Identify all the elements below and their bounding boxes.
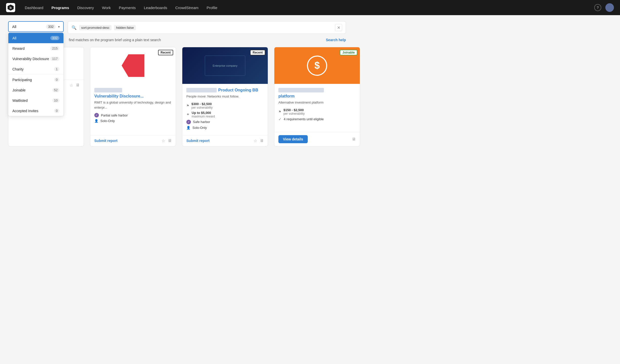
platform-title[interactable]: platform	[278, 94, 295, 99]
card-rmit-image: Recent	[90, 47, 176, 84]
ongoing-team-type: 👤 Solo-Only	[186, 126, 264, 130]
ongoing-image-content: Enterprise company	[205, 56, 245, 76]
ongoing-desc: People move: Networks must follow.	[186, 94, 264, 99]
search-help-link[interactable]: Search help	[326, 38, 346, 42]
monitor-icon[interactable]: 🖥	[76, 83, 80, 88]
card-platform-badge: Joinable	[340, 50, 357, 55]
nav-links: Dashboard Programs Discovery Work Paymen…	[21, 4, 592, 12]
monitor-icon-4[interactable]: 🖥	[352, 137, 356, 141]
dropdown-count-participating: 0	[54, 78, 59, 82]
card-rmit: Recent Vulnerability Disclosure... RMIT …	[90, 47, 176, 147]
rmit-card-footer: Submit report ☆ 🖥	[90, 135, 176, 146]
ongoing-card-footer: Submit report ☆ 🖥	[182, 135, 268, 146]
dropdown-item-joinable[interactable]: Joinable 52	[8, 85, 63, 95]
search-tag-hidden: hidden:false	[114, 25, 136, 30]
rmit-team-type-label: Solo-Only	[100, 119, 115, 123]
logo-icon: b	[8, 5, 14, 11]
dropdown-item-charity[interactable]: Charity 1	[8, 64, 63, 74]
rmit-submit-link[interactable]: Submit report	[94, 139, 118, 143]
card-ongoing: Enterprise company Recent Product Ongoin…	[182, 47, 268, 147]
card-rmit-body: Vulnerability Disclosure... RMIT is a gl…	[90, 84, 176, 135]
nav-dashboard[interactable]: Dashboard	[21, 4, 47, 12]
rmit-footer-icons: ☆ 🖥	[162, 138, 172, 143]
ongoing-safe-harbor: ✓ Safe harbor	[186, 120, 264, 124]
filter-dropdown-menu: All 332 Reward 215 Vulnerability Disclos…	[8, 33, 64, 116]
search-bar[interactable]: 🔍 sort:promoted-desc hidden:false ✕	[68, 21, 346, 34]
main-content: All 332 ▾ All 332 Reward 215 Vulnerabili…	[0, 15, 354, 153]
filter-total-count: 332	[46, 24, 56, 29]
platform-bounty-info: $150 - $2,500 per vulnerability	[283, 108, 305, 115]
search-clear-button[interactable]: ✕	[335, 24, 342, 31]
rmit-logo	[122, 54, 144, 77]
dropdown-item-reward[interactable]: Reward 215	[8, 43, 63, 54]
search-tag-sort: sort:promoted-desc	[79, 25, 112, 30]
star-badge-icon: ✦	[186, 112, 190, 117]
platform-footer-icons: 🖥	[352, 137, 356, 141]
nav-crowdstream[interactable]: CrowdStream	[172, 4, 202, 12]
ongoing-safe-harbor-label: Safe harbor	[193, 120, 210, 124]
dropdown-count-waitlisted: 10	[52, 98, 59, 103]
dropdown-label-all: All	[12, 36, 16, 40]
star-icon-3[interactable]: ☆	[254, 138, 257, 143]
nav-work[interactable]: Work	[98, 4, 114, 12]
person-icon-2: 👤	[94, 119, 98, 123]
monitor-icon-3[interactable]: 🖥	[260, 138, 264, 143]
ongoing-footer-icons: ☆ 🖥	[254, 138, 264, 143]
logo-letter: b	[10, 6, 12, 10]
dropdown-item-participating[interactable]: Participating 0	[8, 75, 63, 85]
ongoing-title[interactable]: Product Ongoing BB	[218, 88, 258, 92]
platform-requirements: ✓ 4 requirements until eligible	[278, 117, 356, 122]
dropdown-label-waitlisted: Waitlisted	[12, 99, 28, 103]
nav-right: ?	[594, 3, 614, 12]
help-button[interactable]: ?	[594, 4, 601, 11]
card-rmit-title-row: Vulnerability Disclosure...	[94, 88, 172, 99]
card-rmit-badge: Recent	[158, 50, 173, 55]
dropdown-label-participating: Participating	[12, 78, 32, 82]
filter-select-right: 332 ▾	[46, 24, 60, 29]
dollar-icon: $	[307, 56, 327, 76]
monitor-icon-2[interactable]: 🖥	[168, 138, 172, 143]
rmit-name-blurred	[94, 88, 122, 92]
nav-discovery[interactable]: Discovery	[74, 4, 97, 12]
dropdown-item-vdp[interactable]: Vulnerability Disclosure 117	[8, 54, 63, 64]
nav-programs[interactable]: Programs	[48, 4, 73, 12]
partial-footer-icons: ☆ 🖥	[70, 83, 80, 88]
rmit-team-type: 👤 Solo-Only	[94, 119, 172, 123]
nav-profile[interactable]: Profile	[203, 4, 221, 12]
ongoing-team-type-label: Solo-Only	[192, 126, 207, 130]
dropdown-count-all: 332	[50, 36, 59, 40]
card-ongoing-image: Enterprise company Recent	[182, 47, 268, 84]
platform-bounty-unit: per vulnerability	[283, 112, 305, 115]
avatar[interactable]	[605, 3, 614, 12]
platform-desc: Alternative investment platform	[278, 100, 356, 105]
dropdown-item-waitlisted[interactable]: Waitlisted 10	[8, 95, 63, 106]
enterprise-label: Enterprise company	[213, 64, 237, 67]
platform-view-details-button[interactable]: View details	[278, 135, 308, 143]
ongoing-max-reward: ✦ Up to $5,000 maximum reward	[186, 111, 264, 118]
filter-select[interactable]: All 332 ▾	[8, 21, 64, 32]
flag-icon: ⚑	[186, 104, 189, 108]
platform-bounty-range: $150 - $2,500	[283, 108, 305, 112]
dropdown-item-all[interactable]: All 332	[8, 33, 63, 43]
nav-payments[interactable]: Payments	[115, 4, 139, 12]
search-hint-text: find matches on the program brief using …	[69, 38, 161, 42]
logo[interactable]: b	[6, 3, 15, 12]
dropdown-count-joinable: 52	[52, 88, 59, 92]
card-platform-title-row2: platform	[278, 94, 356, 99]
star-icon-2[interactable]: ☆	[162, 138, 165, 143]
enterprise-box: Enterprise company	[205, 56, 245, 76]
rmit-safe-harbor-label: Partial safe harbor	[101, 113, 128, 117]
rmit-title[interactable]: Vulnerability Disclosure...	[94, 94, 144, 99]
dropdown-item-accepted[interactable]: Accepted Invites 0	[8, 106, 63, 116]
ongoing-bounty-range: $300 - $2,500	[191, 102, 213, 106]
platform-req-label: 4 requirements until eligible	[284, 117, 324, 121]
card-ongoing-title-row: Product Ongoing BB	[186, 88, 264, 92]
nav-leaderboards[interactable]: Leaderboards	[140, 4, 171, 12]
ongoing-bounty-info: $300 - $2,500 per vulnerability	[191, 102, 213, 109]
rmit-desc: RMIT is a global university of technolog…	[94, 100, 172, 110]
dropdown-count-accepted: 0	[54, 109, 59, 113]
ongoing-bounty-unit: per vulnerability	[191, 106, 213, 109]
star-icon[interactable]: ☆	[70, 83, 73, 88]
dropdown-count-charity: 1	[54, 67, 59, 71]
ongoing-submit-link[interactable]: Submit report	[186, 139, 210, 143]
